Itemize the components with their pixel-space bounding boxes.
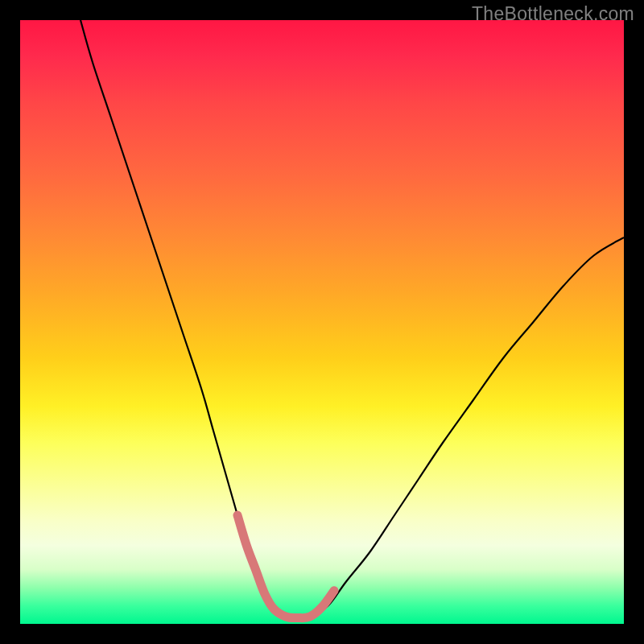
optimal-zone-path: [237, 515, 334, 618]
bottleneck-curve-path: [80, 20, 624, 618]
chart-svg: [20, 20, 624, 624]
watermark-text: TheBottleneck.com: [472, 3, 634, 25]
